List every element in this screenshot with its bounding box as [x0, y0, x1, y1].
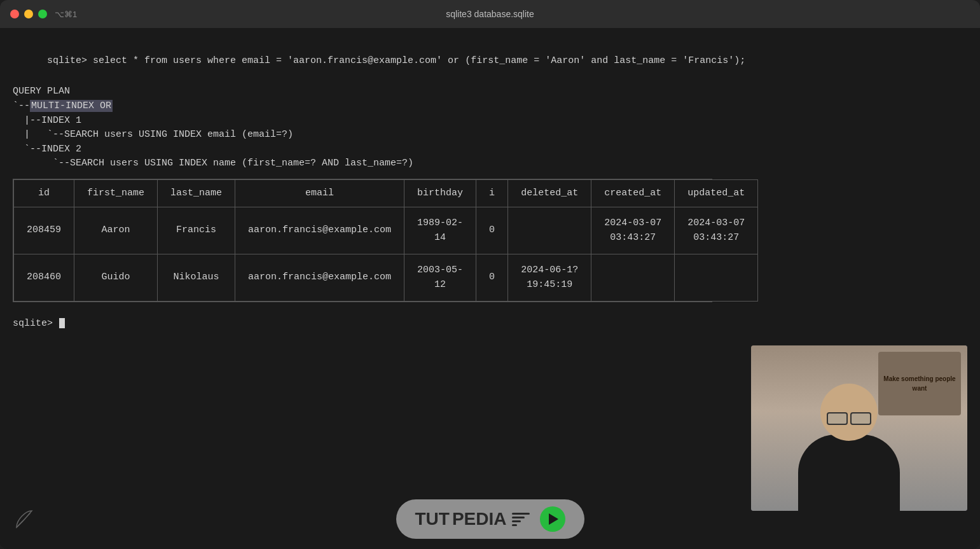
plan-line-5: `--SEARCH users USING INDEX name (first_…	[13, 156, 967, 171]
speed-line-4	[512, 524, 517, 526]
cell-id: 208460	[14, 254, 74, 302]
prompt-label: sqlite>	[47, 55, 93, 66]
col-header-deleted-at: deleted_at	[508, 179, 591, 207]
terminal-body[interactable]: sqlite> select * from users where email …	[0, 28, 980, 549]
traffic-lights	[10, 10, 47, 18]
sql-query-text: select * from users where email = 'aaron…	[93, 55, 745, 66]
cell-deleted-at: 2024-06-1?19:45:19	[508, 254, 591, 302]
plan-line-1: `--MULTI-INDEX OR	[13, 99, 967, 114]
speed-line-2	[512, 517, 525, 518]
query-plan-header: QUERY PLAN	[13, 84, 967, 99]
cell-i: 0	[476, 254, 508, 302]
tutpedia-logo-bar: TUT PEDIA	[396, 499, 584, 539]
speed-lines	[512, 513, 530, 526]
person-glasses	[827, 412, 871, 425]
cell-i: 0	[476, 207, 508, 254]
glasses-right-lens	[850, 412, 871, 425]
person-head	[820, 384, 878, 441]
table-row: 208459 Aaron Francis aaron.francis@examp…	[14, 207, 758, 254]
person-body	[798, 434, 900, 511]
cell-first-name: Aaron	[74, 207, 158, 254]
terminal-window: ⌥⌘1 sqlite3 database.sqlite sqlite> sele…	[0, 0, 980, 549]
col-header-created-at: created_at	[591, 179, 675, 207]
cell-created-at: 2024-03-0703:43:27	[591, 207, 675, 254]
results-table: id first_name last_name email birthday i…	[13, 179, 758, 302]
minimize-button-icon[interactable]	[24, 10, 33, 18]
plan-line-4: `--INDEX 2	[13, 142, 967, 157]
col-header-id: id	[14, 179, 74, 207]
feather-svg-graphic	[13, 508, 36, 531]
close-button-icon[interactable]	[10, 10, 19, 18]
col-header-birthday: birthday	[404, 179, 476, 207]
play-button-icon	[549, 513, 558, 525]
logo-text: TUT PEDIA	[415, 506, 529, 532]
cell-email: aaron.francis@example.com	[235, 254, 404, 302]
person-figure	[798, 384, 900, 511]
bottom-prompt-label: sqlite>	[13, 318, 59, 329]
titlebar: ⌥⌘1 sqlite3 database.sqlite	[0, 0, 980, 28]
cell-created-at	[591, 254, 675, 302]
col-header-first-name: first_name	[74, 179, 158, 207]
table-row: 208460 Guido Nikolaus aaron.francis@exam…	[14, 254, 758, 302]
col-header-last-name: last_name	[158, 179, 235, 207]
plan-line-2: |--INDEX 1	[13, 114, 967, 129]
cell-birthday: 2003-05-12	[404, 254, 476, 302]
results-table-container: id first_name last_name email birthday i…	[13, 179, 712, 303]
cell-email: aaron.francis@example.com	[235, 207, 404, 254]
logo-tut-text: TUT	[415, 506, 449, 532]
glasses-left-lens	[827, 412, 848, 425]
col-header-email: email	[235, 179, 404, 207]
cell-last-name: Francis	[158, 207, 235, 254]
col-header-updated-at: updated_at	[675, 179, 758, 207]
speed-line-3	[512, 520, 521, 522]
cell-updated-at: 2024-03-0703:43:27	[675, 207, 758, 254]
video-overlay: Make something people want	[751, 345, 967, 511]
cell-last-name: Nikolaus	[158, 254, 235, 302]
window-title: sqlite3 database.sqlite	[446, 9, 534, 19]
sql-query-line: sqlite> select * from users where email …	[13, 38, 967, 84]
plan-line-3: | `--SEARCH users USING INDEX email (ema…	[13, 128, 967, 142]
speed-line-1	[512, 513, 530, 515]
maximize-button-icon[interactable]	[38, 10, 47, 18]
keyboard-shortcut: ⌥⌘1	[55, 10, 77, 19]
video-content: Make something people want	[751, 345, 967, 511]
cell-first-name: Guido	[74, 254, 158, 302]
col-header-i: i	[476, 179, 508, 207]
cell-deleted-at	[508, 207, 591, 254]
feather-icon	[13, 508, 36, 537]
bottom-prompt-line: sqlite>	[13, 317, 967, 331]
cell-updated-at	[675, 254, 758, 302]
logo-pedia-text: PEDIA	[452, 506, 507, 532]
terminal-cursor	[59, 318, 65, 328]
play-button[interactable]	[540, 506, 565, 532]
logo-speed-lines-icon	[509, 513, 530, 526]
cell-id: 208459	[14, 207, 74, 254]
multi-index-or-highlight: MULTI-INDEX OR	[30, 100, 113, 112]
cell-birthday: 1989-02-14	[404, 207, 476, 254]
